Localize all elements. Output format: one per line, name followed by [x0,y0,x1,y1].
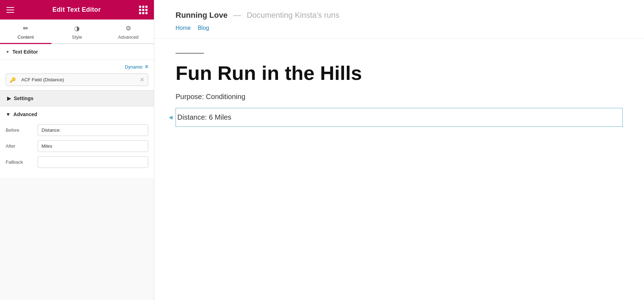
site-separator: — [233,11,241,20]
tab-content-label: Content [18,34,34,40]
key-icon: 🔑 [6,77,19,83]
grid-icon[interactable] [139,6,148,14]
before-label: Before [6,127,34,133]
main-content: Fun Run in the Hills Purpose: Conditioni… [154,39,644,141]
advanced-arrow-icon: ▼ [6,111,11,117]
top-bar: Edit Text Editor [0,0,154,20]
advanced-section-header[interactable]: ▼ Advanced [0,107,154,122]
after-field-row: After [6,140,148,152]
hamburger-menu-icon[interactable] [6,7,14,13]
post-title: Fun Run in the Hills [176,62,623,84]
text-editor-label: Text Editor [12,49,38,55]
fallback-field-row: Fallback [6,156,148,168]
circle-half-icon: ◑ [74,24,80,32]
fallback-input[interactable] [38,156,148,168]
before-field-row: Before [6,124,148,136]
nav-blog[interactable]: Blog [198,25,209,31]
advanced-section: ▼ Advanced Before After Fallback [0,106,154,178]
dynamic-lines-icon[interactable]: ≡ [145,64,148,70]
tab-advanced-label: Advanced [118,34,139,40]
gear-icon: ⚙ [126,24,131,32]
settings-dropdown-panel: ▶ Settings [0,90,154,106]
site-nav: Home Blog [176,25,623,31]
field-input-wrapper: 🔑 ✕ [6,73,148,86]
divider-line [176,53,204,54]
advanced-label: Advanced [13,111,37,117]
arrow-icon: ▼ [6,50,10,54]
tab-style[interactable]: ◑ Style [51,20,103,43]
settings-section-header[interactable]: ▶ Settings [0,91,154,106]
panel-content: ▼ Text Editor Dynamic ≡ 🔑 ✕ ▶ Settings [0,44,154,300]
post-distance-box[interactable]: ◀ Distance: 6 Miles [176,108,623,127]
tab-content[interactable]: ✏ Content [0,20,51,43]
fallback-label: Fallback [6,159,34,165]
post-meta: Purpose: Conditioning [176,93,623,101]
settings-label: Settings [14,96,33,101]
tab-advanced[interactable]: ⚙ Advanced [102,20,154,43]
pencil-icon: ✏ [23,24,28,32]
after-label: After [6,143,34,149]
site-subtitle: Documenting Kinsta's runs [247,11,339,20]
right-area: Running Love — Documenting Kinsta's runs… [154,0,644,300]
settings-arrow-icon: ▶ [7,96,11,101]
advanced-fields: Before After Fallback [0,122,154,178]
tabs-row: ✏ Content ◑ Style ⚙ Advanced [0,20,154,44]
dynamic-row: Dynamic ≡ [0,60,154,72]
text-editor-section-header[interactable]: ▼ Text Editor [0,44,154,60]
post-distance: Distance: 6 Miles [176,113,231,121]
site-title-row: Running Love — Documenting Kinsta's runs [176,11,623,20]
before-input[interactable] [38,124,148,136]
after-input[interactable] [38,140,148,152]
clear-field-icon[interactable]: ✕ [136,76,148,83]
nav-home[interactable]: Home [176,25,191,31]
site-header: Running Love — Documenting Kinsta's runs… [154,0,644,39]
dynamic-label[interactable]: Dynamic [125,64,143,70]
site-title: Running Love [176,11,228,20]
tab-style-label: Style [72,34,82,40]
field-input-row: 🔑 ✕ [0,72,154,90]
top-bar-title: Edit Text Editor [52,6,101,13]
left-panel: Edit Text Editor ✏ Content ◑ Style ⚙ Adv… [0,0,154,300]
collapse-arrow-icon[interactable]: ◀ [169,114,173,120]
acf-field-input[interactable] [19,74,136,86]
